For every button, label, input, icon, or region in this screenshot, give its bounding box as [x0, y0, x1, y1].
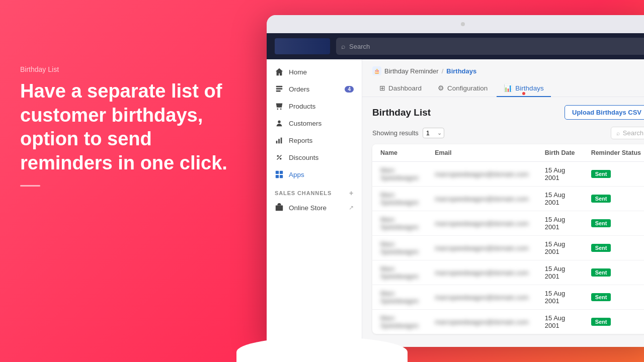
tab-configuration[interactable]: ⚙ Configuration: [431, 80, 495, 97]
cell-birth-date: 15 Aug 2001: [537, 162, 583, 187]
results-select-wrapper[interactable]: 1 10 25: [423, 128, 444, 138]
tab-dashboard[interactable]: ⊞ Dashboard: [372, 80, 429, 97]
table-search-placeholder: Search: [623, 129, 643, 137]
col-name: Name: [372, 144, 427, 162]
cell-birth-date: 15 Aug 2001: [537, 285, 583, 310]
svg-rect-14: [276, 206, 283, 211]
svg-rect-2: [276, 90, 281, 92]
breadcrumb-app-icon: 🎂: [372, 66, 381, 75]
cell-reminder-status: Sent: [583, 260, 644, 285]
cell-name: Marc Speedwagon: [372, 285, 427, 310]
products-icon: [275, 102, 284, 111]
birthdays-tab-icon: 📊: [504, 84, 512, 92]
cell-birth-date: 15 Aug 2001: [537, 260, 583, 285]
sidebar-item-orders[interactable]: Orders 4: [267, 80, 362, 98]
sidebar-item-home[interactable]: Home: [267, 63, 362, 80]
table-row[interactable]: Marc Speedwagonmarcspeedwagon@domain.com…: [372, 310, 644, 334]
cell-birth-date: 15 Aug 2001: [537, 236, 583, 260]
svg-rect-12: [276, 175, 279, 178]
online-store-label: Online Store: [289, 204, 327, 212]
cell-reminder-status: Sent: [583, 285, 644, 310]
cell-email: marcspeedwagon@domain.com: [427, 236, 537, 260]
admin-body: Home Orders 4 Products Customers: [267, 59, 644, 347]
configuration-tab-icon: ⚙: [438, 84, 444, 92]
sent-badge: Sent: [591, 293, 611, 301]
cell-reminder-status: Sent: [583, 187, 644, 211]
cell-email: marcspeedwagon@domain.com: [427, 285, 537, 310]
cell-email: marcspeedwagon@domain.com: [427, 162, 537, 187]
table-row[interactable]: Marc Speedwagonmarcspeedwagon@domain.com…: [372, 162, 644, 187]
browser-titlebar: [267, 15, 644, 33]
sidebar-item-reports[interactable]: Reports: [267, 132, 362, 149]
sidebar-item-discounts[interactable]: Discounts: [267, 149, 362, 166]
sidebar-label-discounts: Discounts: [289, 154, 318, 161]
sidebar-item-customers[interactable]: Customers: [267, 115, 362, 132]
sidebar-item-products[interactable]: Products: [267, 98, 362, 115]
cell-name: Marc Speedwagon: [372, 310, 427, 334]
sent-badge: Sent: [591, 195, 611, 203]
sent-badge: Sent: [591, 219, 611, 227]
table-header-row: Name Email Birth Date Reminder Status: [372, 144, 644, 162]
upload-birthdays-csv-button[interactable]: Upload Birthdays CSV: [565, 105, 644, 120]
external-link-icon: ↗: [349, 204, 354, 211]
topbar-search-icon: ⌕: [341, 42, 345, 50]
topbar-search-bar[interactable]: ⌕ Search: [336, 38, 644, 55]
cell-birth-date: 15 Aug 2001: [537, 187, 583, 211]
breadcrumb-parent: Birthday Reminder: [384, 67, 439, 75]
shopify-logo: [275, 38, 330, 54]
sidebar-label-home: Home: [289, 68, 307, 76]
online-store-icon: [275, 203, 284, 212]
promo-label: Birthday List: [20, 65, 242, 73]
sales-channels-section: SALES CHANNELS +: [267, 183, 362, 199]
table-row[interactable]: Marc Speedwagonmarcspeedwagon@domain.com…: [372, 285, 644, 310]
table-row[interactable]: Marc Speedwagonmarcspeedwagon@domain.com…: [372, 211, 644, 236]
topbar-search-text: Search: [349, 43, 370, 50]
cell-email: marcspeedwagon@domain.com: [427, 260, 537, 285]
tab-active-dot: [522, 92, 525, 95]
sent-badge: Sent: [591, 268, 611, 277]
promo-title: Have a separate list of customer birthda…: [20, 79, 242, 175]
col-reminder-status: Reminder Status: [583, 144, 644, 162]
add-sales-channel-icon[interactable]: +: [349, 189, 354, 197]
showing-results-label: Showing results: [372, 129, 419, 137]
table-search-bar[interactable]: ⌕ Search: [611, 127, 644, 139]
cell-name: Marc Speedwagon: [372, 211, 427, 236]
results-select[interactable]: 1 10 25: [423, 128, 444, 138]
col-birth-date: Birth Date: [537, 144, 583, 162]
sidebar-label-customers: Customers: [289, 120, 321, 127]
sidebar-item-apps[interactable]: Apps: [267, 166, 362, 183]
sales-channels-label: SALES CHANNELS: [275, 190, 332, 196]
dashboard-tab-icon: ⊞: [379, 84, 385, 92]
table-row[interactable]: Marc Speedwagonmarcspeedwagon@domain.com…: [372, 236, 644, 260]
section-header: Birthday List Upload Birthdays CSV: [372, 105, 644, 120]
cell-name: Marc Speedwagon: [372, 236, 427, 260]
content-area: Birthday List Upload Birthdays CSV Showi…: [362, 97, 644, 342]
reports-icon: [275, 136, 284, 145]
sidebar-item-online-store[interactable]: Online Store ↗: [267, 199, 362, 216]
tab-birthdays[interactable]: 📊 Birthdays: [497, 80, 550, 97]
sidebar-label-products: Products: [289, 103, 315, 110]
svg-rect-6: [281, 138, 282, 144]
sent-badge: Sent: [591, 170, 611, 178]
cell-name: Marc Speedwagon: [372, 187, 427, 211]
breadcrumb: 🎂 Birthday Reminder / Birthdays: [362, 59, 644, 75]
cell-email: marcspeedwagon@domain.com: [427, 187, 537, 211]
table-row[interactable]: Marc Speedwagonmarcspeedwagon@domain.com…: [372, 187, 644, 211]
cell-name: Marc Speedwagon: [372, 260, 427, 285]
tab-birthdays-label: Birthdays: [515, 84, 543, 92]
promo-divider: [20, 185, 40, 187]
svg-point-8: [280, 158, 282, 160]
tabs-bar: ⊞ Dashboard ⚙ Configuration 📊 Birthdays: [362, 75, 644, 97]
svg-rect-0: [276, 86, 283, 87]
cell-name: Marc Speedwagon: [372, 162, 427, 187]
sidebar-label-orders: Orders: [289, 85, 309, 93]
table-row[interactable]: Marc Speedwagonmarcspeedwagon@domain.com…: [372, 260, 644, 285]
sidebar: Home Orders 4 Products Customers: [267, 59, 362, 347]
cell-reminder-status: Sent: [583, 211, 644, 236]
table-toolbar: Showing results 1 10 25 ⌕ Se: [372, 127, 644, 139]
svg-rect-1: [276, 88, 283, 89]
tab-dashboard-label: Dashboard: [388, 84, 422, 92]
breadcrumb-separator: /: [442, 67, 444, 75]
admin-shell: ⌕ Search Home Orders 4: [267, 33, 644, 347]
svg-rect-5: [278, 139, 280, 143]
